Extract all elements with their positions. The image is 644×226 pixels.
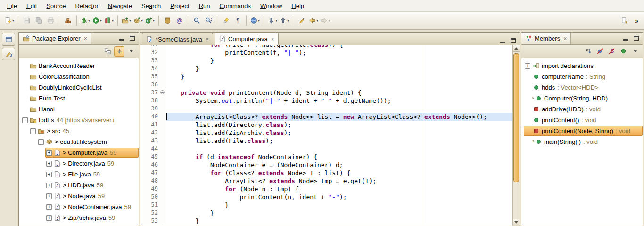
code-line-42[interactable]: 42 list.add(ZipArchiv.class); xyxy=(140,129,512,137)
code-line-48[interactable]: 48 ArrayList<? extends Node> tmp = e.get… xyxy=(140,177,512,185)
line-number[interactable]: 37 xyxy=(147,89,160,97)
expander-plus-icon[interactable]: + xyxy=(46,150,52,156)
pin-editor-button[interactable] xyxy=(619,15,630,26)
open-search-button[interactable] xyxy=(191,15,202,26)
code-line-37[interactable]: 37− private void printContent(Node d, St… xyxy=(140,89,512,97)
member-main-string[interactable]: smain(String[]) : void xyxy=(521,136,643,147)
expander-plus-icon[interactable]: + xyxy=(46,215,52,221)
member-adddrive-hdd[interactable]: addDrive(HDD) : void xyxy=(521,104,643,115)
maximize-view-button[interactable] xyxy=(632,35,640,42)
dropdown-arrow-icon[interactable]: ▾ xyxy=(258,18,260,23)
code-line-36[interactable]: 36 xyxy=(140,81,512,89)
tree-item-edu-kit-filesystem[interactable]: −> edu.kit.filesystem xyxy=(19,136,139,147)
line-number[interactable]: 39 xyxy=(147,105,160,113)
tree-item-hdd-java[interactable]: +J> HDD.java59 xyxy=(19,180,139,191)
dropdown-arrow-icon[interactable]: ▾ xyxy=(88,18,90,23)
annotation-ruler-cell[interactable] xyxy=(140,49,147,57)
member-hdds[interactable]: hdds : Vector<HDD> xyxy=(521,82,643,93)
menu-window[interactable]: Window xyxy=(256,0,287,11)
line-number[interactable]: 50 xyxy=(147,193,160,201)
annotation-ruler-cell[interactable] xyxy=(140,45,147,49)
fold-collapse-icon[interactable]: − xyxy=(160,90,165,94)
line-number[interactable]: 41 xyxy=(147,121,160,129)
previous-annotation-button[interactable]: ▾ xyxy=(279,15,290,26)
menu-source[interactable]: Source xyxy=(41,0,70,11)
expander-plus-icon[interactable]: + xyxy=(46,172,52,177)
annotation-ruler-cell[interactable] xyxy=(140,89,147,97)
line-number[interactable]: 36 xyxy=(147,81,160,89)
line-number[interactable]: 38 xyxy=(147,97,160,105)
menu-project[interactable]: Project xyxy=(165,0,194,11)
line-number[interactable]: 40 xyxy=(147,113,160,121)
annotation-ruler-cell[interactable] xyxy=(140,81,147,89)
run-button[interactable]: ▾ xyxy=(91,15,103,26)
line-number[interactable]: 43 xyxy=(147,137,160,145)
tree-item-directory-java[interactable]: +J> Directory.java59 xyxy=(19,158,139,169)
annotation-ruler-cell[interactable] xyxy=(140,153,147,161)
last-edit-location-button[interactable] xyxy=(296,15,307,26)
tree-item-hanoi[interactable]: Hanoi xyxy=(19,104,139,115)
tree-item-file-java[interactable]: +J> File.java59 xyxy=(19,169,139,180)
back-history-button[interactable]: ▾ xyxy=(308,15,319,26)
forward-history-button[interactable]: ▾ xyxy=(320,15,331,26)
dropdown-arrow-icon[interactable]: ▾ xyxy=(287,18,289,23)
code-line-45[interactable]: 45 if (d instanceof NodeContainer) { xyxy=(140,153,512,161)
line-number[interactable]: 42 xyxy=(147,129,160,137)
line-number[interactable]: 46 xyxy=(147,161,160,169)
mark-occurrences-button[interactable] xyxy=(220,15,231,26)
code-line-53[interactable]: 53 } xyxy=(140,217,512,225)
dropdown-arrow-icon[interactable]: ▾ xyxy=(100,18,102,23)
expander-plus-icon[interactable]: + xyxy=(46,183,52,188)
scrollbar-track[interactable] xyxy=(513,52,520,219)
toolbar-overflow-button[interactable]: » xyxy=(633,17,640,25)
new-java-project-button[interactable]: ▾ xyxy=(121,15,132,26)
annotation-ruler-cell[interactable] xyxy=(140,161,147,169)
new-class-button[interactable]: C▾ xyxy=(144,15,156,26)
annotation-ruler-cell[interactable] xyxy=(140,169,147,177)
java-search-button[interactable]: J xyxy=(203,15,214,26)
annotation-ruler-cell[interactable] xyxy=(140,113,147,121)
debug-button[interactable]: ▾ xyxy=(80,15,91,26)
line-number[interactable]: 35 xyxy=(147,73,160,81)
dropdown-arrow-icon[interactable]: ▾ xyxy=(129,18,131,23)
annotation-ruler-cell[interactable] xyxy=(140,57,147,65)
tree-item-euro-test[interactable]: Euro-Test xyxy=(19,93,139,104)
expander-plus-icon[interactable]: + xyxy=(46,161,52,167)
tree-item-src[interactable]: −> src45 xyxy=(19,126,139,136)
code-line-41[interactable]: 41 list.add(Directory.class); xyxy=(140,121,512,129)
member-printcontent[interactable]: printContent() : void xyxy=(521,115,643,126)
close-tab-icon[interactable]: × xyxy=(271,36,274,42)
expander-plus-icon[interactable]: + xyxy=(525,63,530,69)
dropdown-arrow-icon[interactable]: ▾ xyxy=(153,18,155,23)
member-printcontent-node-string[interactable]: printContent(Node, String) : void xyxy=(521,126,643,136)
annotation-ruler-cell[interactable] xyxy=(140,73,147,81)
dropdown-arrow-icon[interactable]: ▾ xyxy=(12,18,14,23)
annotation-ruler-cell[interactable] xyxy=(140,145,147,153)
line-number[interactable]: 32 xyxy=(147,49,160,57)
menu-run[interactable]: Run xyxy=(194,0,215,11)
close-tab-icon[interactable]: × xyxy=(206,36,209,42)
dropdown-arrow-icon[interactable]: ▾ xyxy=(275,18,277,23)
code-line-51[interactable]: 51 } xyxy=(140,201,512,209)
editor-tab-someclass-java[interactable]: J*SomeClass.java× xyxy=(142,33,213,45)
tree-item-ipdfs[interactable]: −IpdFs44 [https://svnserver.i xyxy=(19,115,139,126)
code-line-52[interactable]: 52 } xyxy=(140,209,512,217)
code-line-33[interactable]: 33 } xyxy=(140,57,512,65)
annotation-ruler-cell[interactable] xyxy=(140,137,147,145)
minimize-view-button[interactable] xyxy=(118,35,125,42)
menu-file[interactable]: File xyxy=(2,0,22,11)
view-menu-button[interactable] xyxy=(630,46,640,57)
restore-views-button[interactable] xyxy=(2,33,15,46)
sort-members-button[interactable] xyxy=(583,46,593,57)
close-view-icon[interactable]: × xyxy=(563,35,567,42)
line-number[interactable]: 45 xyxy=(147,153,160,161)
tab-members[interactable]: Members × xyxy=(521,33,571,44)
code-line-46[interactable]: 46 NodeContainer e = (NodeContainer) d; xyxy=(140,161,512,169)
maximize-view-button[interactable] xyxy=(128,35,136,42)
print-button[interactable] xyxy=(45,15,56,26)
new-wizard-button[interactable]: ▾ xyxy=(4,15,15,26)
tree-item-ziparchiv-java[interactable]: +J> ZipArchiv.java59 xyxy=(19,212,139,223)
open-web-browser-button[interactable]: ▾ xyxy=(249,15,261,26)
save-all-button[interactable] xyxy=(33,15,44,26)
maximize-editor-button[interactable] xyxy=(509,37,517,45)
